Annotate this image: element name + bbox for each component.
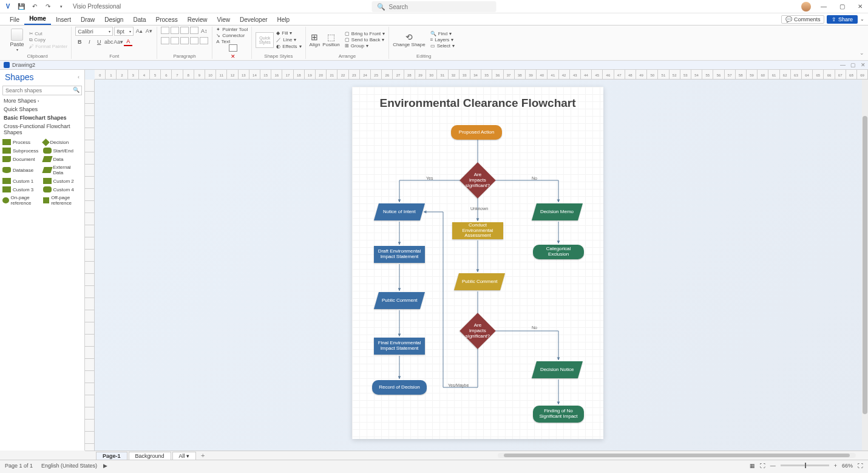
close-button[interactable]: ✕ xyxy=(855,1,866,12)
indent-inc-icon[interactable] xyxy=(200,37,208,44)
pointer-tool-button[interactable]: ✦ Pointer Tool xyxy=(216,27,248,32)
shapes-search-icon[interactable]: 🔍 xyxy=(73,87,80,93)
redo-icon[interactable]: ↷ xyxy=(42,1,53,12)
fit-window-icon[interactable]: ⛶ xyxy=(858,463,863,469)
underline-button[interactable]: U xyxy=(95,38,103,46)
qat-dropdown-icon[interactable]: ▾ xyxy=(56,1,67,12)
align-right-icon[interactable] xyxy=(180,27,189,34)
ribbon-tab-review[interactable]: Review xyxy=(183,15,212,25)
font-color-button[interactable]: A xyxy=(124,38,132,46)
zoom-out-icon[interactable]: — xyxy=(770,463,776,469)
undo-icon[interactable]: ↶ xyxy=(29,1,40,12)
bring-front-button[interactable]: ▢ Bring to Front ▾ xyxy=(345,31,385,36)
save-icon[interactable]: 💾 xyxy=(16,1,27,12)
node-feis[interactable]: Final Environmental Impact Statement xyxy=(374,338,425,355)
ribbon-tab-developer[interactable]: Developer xyxy=(235,15,273,25)
fill-button[interactable]: ◆ Fill ▾ xyxy=(276,30,301,36)
share-button[interactable]: ⇪ Share xyxy=(827,15,858,24)
fit-page-icon[interactable]: ⛶ xyxy=(760,463,765,469)
shape-stencil-decision[interactable]: Decision xyxy=(43,139,83,145)
rectangle-tool-icon[interactable] xyxy=(229,44,237,52)
doc-minimize-icon[interactable]: — xyxy=(840,62,846,68)
canvas-vscroll[interactable] xyxy=(862,80,868,451)
search-input[interactable] xyxy=(388,3,492,11)
minimize-button[interactable]: — xyxy=(818,1,829,12)
font-family-dropdown[interactable]: Calibri ▾ xyxy=(75,27,113,36)
text-direction-icon[interactable]: A↕ xyxy=(200,27,208,35)
ribbon-tab-view[interactable]: View xyxy=(212,15,235,25)
delete-tool-icon[interactable]: ✕ xyxy=(229,52,237,61)
shape-stencil-external-data[interactable]: External Data xyxy=(43,165,83,175)
node-rod[interactable]: Record of Decision xyxy=(372,380,427,395)
zoom-in-icon[interactable]: + xyxy=(834,463,837,469)
node-pc1[interactable]: Public Comment xyxy=(374,292,425,309)
shape-stencil-process[interactable]: Process xyxy=(2,139,42,145)
change-shape-button[interactable]: ⟲Change Shape xyxy=(393,32,425,47)
paste-button[interactable]: Paste ▾ xyxy=(7,29,27,52)
shape-stencil-data[interactable]: Data xyxy=(43,156,83,162)
font-size-dropdown[interactable]: 8pt▾ xyxy=(114,27,134,36)
shape-stencil-subprocess[interactable]: Subprocess xyxy=(2,148,42,154)
user-avatar[interactable] xyxy=(801,2,811,12)
node-fonsi[interactable]: Finding of No Significant Impact xyxy=(533,406,584,423)
basic-flowchart-category[interactable]: Basic Flowchart Shapes xyxy=(0,114,84,122)
text-tool-button[interactable]: A Text xyxy=(216,39,230,44)
connector-tool-button[interactable]: ↘ Connector xyxy=(216,33,245,38)
node-pc2[interactable]: Public Comment xyxy=(454,273,505,290)
ribbon-tab-design[interactable]: Design xyxy=(100,15,128,25)
ribbon-tab-file[interactable]: File xyxy=(5,15,24,25)
cross-functional-category[interactable]: Cross-Functional Flowchart Shapes xyxy=(0,122,84,137)
align-top-icon[interactable] xyxy=(161,37,169,44)
presentation-icon[interactable]: ▦ xyxy=(750,463,755,469)
zoom-level[interactable]: 66% xyxy=(842,463,853,469)
cut-button[interactable]: ✂ Cut xyxy=(29,31,67,36)
ribbon-tab-process[interactable]: Process xyxy=(151,15,183,25)
select-button[interactable]: ▭ Select ▾ xyxy=(430,43,455,49)
align-button[interactable]: ⊞Align xyxy=(310,32,320,47)
language-indicator[interactable]: English (United States) xyxy=(41,463,97,469)
shape-stencil-start-end[interactable]: Start/End xyxy=(43,148,83,154)
increase-font-icon[interactable]: A▴ xyxy=(135,27,143,35)
node-impacts1[interactable]: Are impacts significant? xyxy=(459,162,495,198)
node-cea[interactable]: Conduct Environmental Assessment xyxy=(452,222,503,239)
zoom-slider[interactable] xyxy=(781,464,829,466)
layers-button[interactable]: ≡ Layers ▾ xyxy=(430,37,455,43)
shape-stencil-on-page-reference[interactable]: On-page reference xyxy=(2,195,42,206)
shape-stencil-custom-2[interactable]: Custom 2 xyxy=(43,178,83,184)
node-proposed[interactable]: Proposed Action xyxy=(451,125,502,140)
quick-shapes-link[interactable]: Quick Shapes xyxy=(0,105,84,114)
node-impacts2[interactable]: Are impacts significant? xyxy=(459,313,495,349)
maximize-button[interactable]: ▢ xyxy=(836,1,847,12)
align-left-icon[interactable] xyxy=(161,27,169,34)
canvas-hscroll[interactable] xyxy=(498,453,856,458)
indent-dec-icon[interactable] xyxy=(190,37,198,44)
node-dnotice[interactable]: Decision Notice xyxy=(532,361,583,378)
drawing-page[interactable]: Environmental Clearance Flowchart Propos… xyxy=(352,87,603,439)
shape-stencil-database[interactable]: Database xyxy=(2,165,42,175)
add-page-button[interactable]: + xyxy=(201,452,205,459)
align-middle-icon[interactable] xyxy=(171,37,179,44)
ribbon-tab-home[interactable]: Home xyxy=(24,13,51,25)
search-bar[interactable]: 🔍 xyxy=(372,1,497,12)
page-tab-all[interactable]: All ▾ xyxy=(172,452,197,460)
decrease-font-icon[interactable]: A▾ xyxy=(144,27,153,35)
shape-stencil-custom-1[interactable]: Custom 1 xyxy=(2,178,42,184)
page-tab-background[interactable]: Background xyxy=(129,452,171,460)
shapes-search-input[interactable] xyxy=(2,86,82,95)
bold-button[interactable]: B xyxy=(75,38,84,46)
ribbon-tab-help[interactable]: Help xyxy=(273,15,295,25)
more-shapes-link[interactable]: More Shapes › xyxy=(0,97,84,105)
canvas[interactable]: 0123456789101112131415161718192021222324… xyxy=(85,70,868,451)
group-button[interactable]: ⊞ Group ▾ xyxy=(345,43,385,49)
text-case-button[interactable]: Aa▾ xyxy=(114,38,123,46)
ribbon-tab-insert[interactable]: Insert xyxy=(51,15,76,25)
shape-stencil-custom-4[interactable]: Custom 4 xyxy=(43,186,83,192)
ribbon-collapse-icon[interactable]: ⌄ xyxy=(860,16,864,22)
page-tab-1[interactable]: Page-1 xyxy=(96,452,127,460)
node-dmemo[interactable]: Decision Memo xyxy=(532,203,583,220)
shape-stencil-custom-3[interactable]: Custom 3 xyxy=(2,186,42,192)
quick-styles-gallery[interactable]: Quick Styles xyxy=(256,32,274,48)
ribbon-collapse-button[interactable]: ⌄ xyxy=(860,50,864,56)
doc-close-icon[interactable]: ✕ xyxy=(861,62,866,68)
node-deis[interactable]: Draft Environmental Impact Statement xyxy=(374,246,425,263)
